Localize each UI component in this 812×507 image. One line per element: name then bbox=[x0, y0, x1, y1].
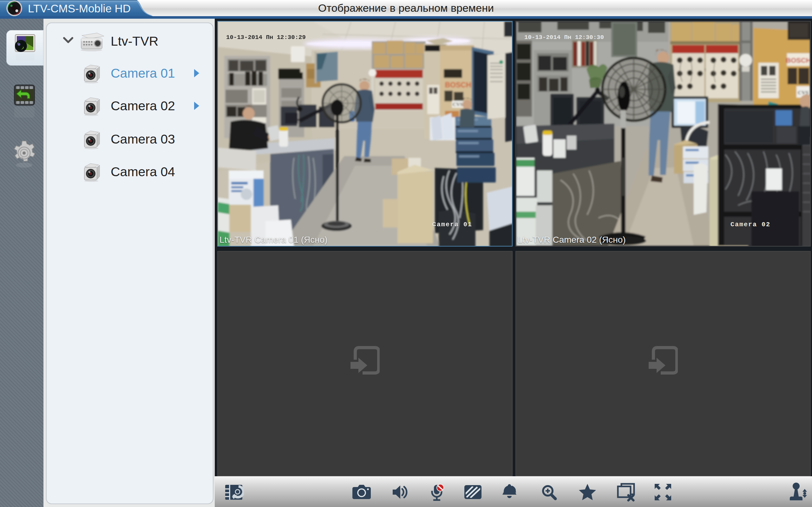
svg-text:BOSCH: BOSCH bbox=[445, 81, 471, 89]
svg-text:BOSCH: BOSCH bbox=[786, 56, 810, 64]
svg-text:CVS: CVS bbox=[453, 102, 463, 107]
